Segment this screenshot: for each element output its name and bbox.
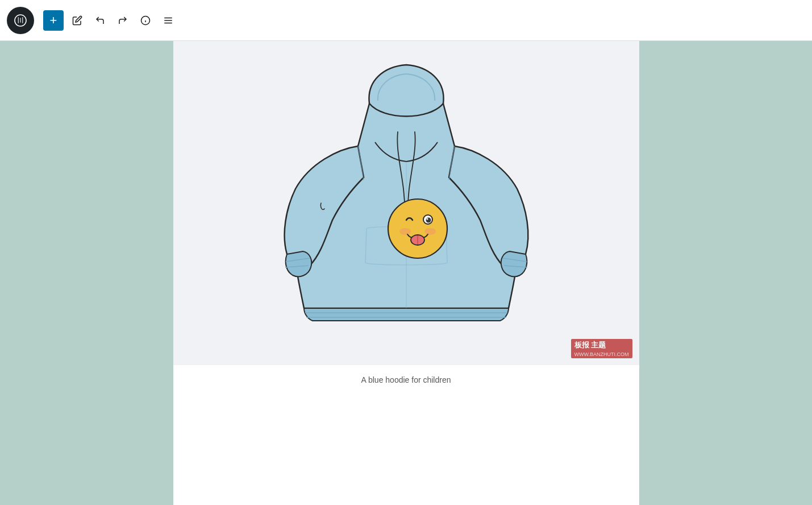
watermark-text: 板报 主题 WWW.BANZHUTI.COM — [571, 339, 632, 358]
redo-icon[interactable] — [114, 11, 132, 30]
svg-point-17 — [426, 218, 431, 223]
watermark: 板报 主题 WWW.BANZHUTI.COM — [571, 339, 632, 358]
svg-point-15 — [392, 204, 446, 256]
main-content: 板报 主题 WWW.BANZHUTI.COM A blue hoodie for… — [0, 41, 812, 505]
wordpress-logo[interactable] — [7, 7, 34, 34]
svg-point-22 — [424, 228, 436, 235]
info-icon[interactable] — [136, 11, 155, 30]
image-caption: A blue hoodie for children — [173, 365, 639, 401]
hoodie-image — [264, 52, 548, 354]
toolbar: + — [0, 0, 812, 41]
undo-icon[interactable] — [91, 11, 109, 30]
edit-icon[interactable] — [68, 11, 86, 30]
list-view-icon[interactable] — [159, 11, 177, 30]
image-block[interactable]: 板报 主题 WWW.BANZHUTI.COM — [173, 41, 639, 365]
svg-point-18 — [426, 218, 428, 220]
svg-point-21 — [399, 228, 411, 235]
editor-canvas: 板报 主题 WWW.BANZHUTI.COM A blue hoodie for… — [173, 41, 639, 505]
add-block-button[interactable]: + — [43, 10, 64, 31]
